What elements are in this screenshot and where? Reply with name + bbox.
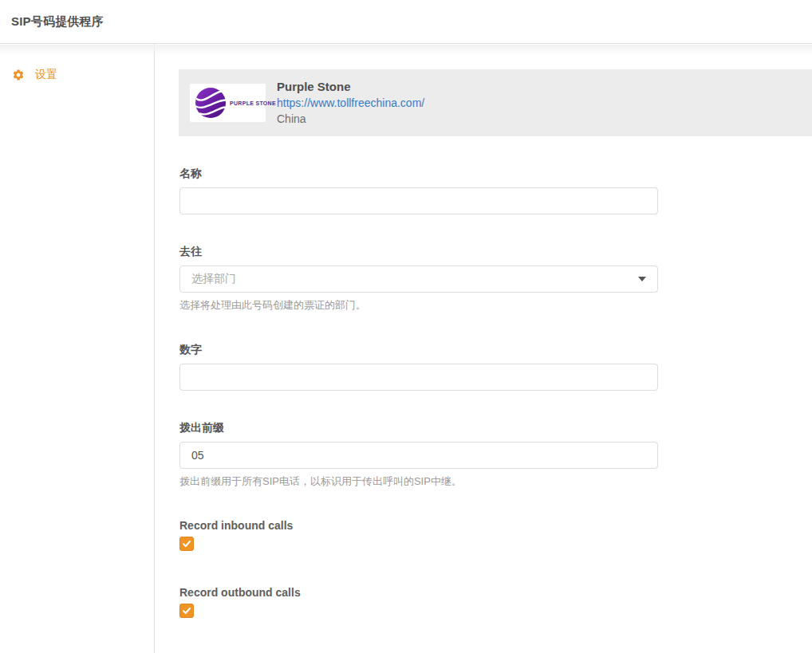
record-outbound-label: Record outbound calls — [179, 586, 658, 599]
department-help-text: 选择将处理由此号码创建的票证的部门。 — [179, 298, 658, 313]
record-inbound-group: Record inbound calls — [179, 519, 658, 552]
provider-country: China — [277, 111, 424, 127]
number-field-group: 数字 — [179, 343, 658, 391]
prefix-label: 拨出前缀 — [179, 421, 658, 435]
name-field-group: 名称 — [179, 167, 658, 214]
provider-info: Purple Stone https://www.tollfreechina.c… — [277, 79, 424, 127]
record-outbound-group: Record outbound calls — [179, 586, 658, 619]
chevron-down-icon — [638, 277, 646, 281]
department-select[interactable]: 选择部门 — [179, 266, 658, 293]
name-label: 名称 — [179, 167, 658, 181]
department-field-group: 去往 选择部门 选择将处理由此号码创建的票证的部门。 — [179, 245, 658, 313]
number-input[interactable] — [179, 364, 658, 391]
sidebar-item-label: 设置 — [35, 68, 57, 82]
purple-stone-globe-icon — [195, 87, 227, 119]
page-title: SIP号码提供程序 — [11, 14, 104, 30]
provider-url-link[interactable]: https://www.tollfreechina.com/ — [277, 95, 424, 111]
number-label: 数字 — [179, 343, 658, 357]
department-select-placeholder: 选择部门 — [191, 272, 236, 286]
provider-card: PURPLE STONE Purple Stone https://www.to… — [179, 69, 812, 136]
record-inbound-label: Record inbound calls — [179, 519, 658, 532]
app-header: SIP号码提供程序 — [0, 0, 812, 44]
name-input[interactable] — [179, 187, 658, 214]
provider-logo-text: PURPLE STONE — [230, 100, 276, 106]
provider-name: Purple Stone — [277, 79, 424, 95]
sip-provider-form: 名称 去往 选择部门 选择将处理由此号码创建的票证的部门。 数字 拨出前缀 拨出… — [179, 167, 658, 653]
layout: 设置 PURPLE STONE — [0, 44, 812, 653]
check-icon — [182, 539, 191, 549]
gear-icon — [12, 69, 25, 81]
record-inbound-checkbox[interactable] — [179, 537, 194, 551]
provider-logo: PURPLE STONE — [190, 84, 266, 122]
prefix-input[interactable] — [179, 442, 658, 469]
sidebar-item-settings[interactable]: 设置 — [0, 65, 154, 85]
sidebar: 设置 — [0, 44, 155, 653]
main-content: PURPLE STONE Purple Stone https://www.to… — [155, 44, 812, 653]
check-icon — [182, 606, 191, 616]
record-outbound-checkbox[interactable] — [179, 604, 194, 618]
prefix-field-group: 拨出前缀 拨出前缀用于所有SIP电话，以标识用于传出呼叫的SIP中继。 — [179, 421, 658, 489]
prefix-help-text: 拨出前缀用于所有SIP电话，以标识用于传出呼叫的SIP中继。 — [179, 474, 658, 489]
department-label: 去往 — [179, 245, 658, 259]
